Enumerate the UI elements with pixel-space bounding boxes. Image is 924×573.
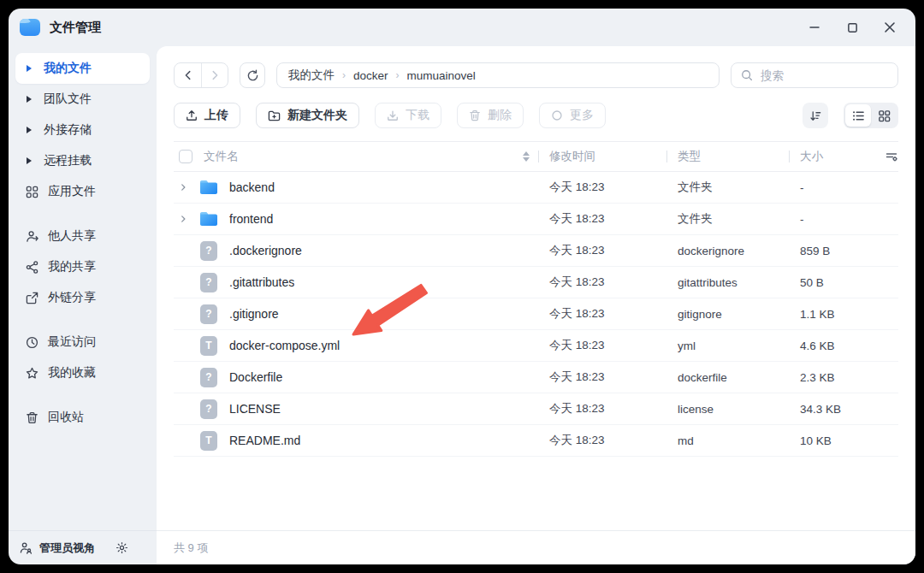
minimize-button[interactable] — [808, 21, 821, 34]
trash-icon — [469, 109, 481, 121]
gear-icon[interactable] — [116, 541, 128, 554]
breadcrumb-level2[interactable]: mumuainovel — [407, 69, 476, 82]
sidebar-footer: 管理员视角 — [9, 530, 157, 564]
sidebar-item-app-files[interactable]: 应用文件 — [15, 176, 150, 207]
grid-view-button[interactable] — [871, 104, 897, 127]
type-cell: gitattributes — [666, 276, 789, 289]
back-button[interactable] — [175, 63, 201, 87]
forward-button[interactable] — [201, 63, 228, 87]
delete-button[interactable]: 删除 — [457, 103, 524, 128]
breadcrumb-level1[interactable]: docker — [353, 69, 388, 82]
breadcrumb-separator: › — [342, 69, 346, 81]
download-label: 下载 — [406, 108, 429, 123]
modified-cell: 今天 18:23 — [538, 433, 666, 448]
name-sort-icon[interactable] — [523, 151, 530, 162]
search-input[interactable] — [759, 68, 888, 83]
refresh-button[interactable] — [240, 62, 265, 88]
list-view-button[interactable] — [845, 104, 871, 127]
sidebar-item-label: 应用文件 — [48, 184, 96, 199]
size-cell: 4.6 KB — [789, 340, 874, 352]
sidebar-item-label: 我的共享 — [48, 259, 96, 275]
download-icon — [387, 109, 399, 121]
size-cell: 2.3 KB — [789, 371, 874, 384]
search-box — [731, 62, 898, 88]
sidebar-item-external-link-share[interactable]: 外链分享 — [15, 282, 150, 313]
file-name[interactable]: docker-compose.yml — [229, 339, 340, 352]
sidebar-item-external-storage[interactable]: 外接存储 — [15, 115, 150, 145]
size-cell: 34.3 KB — [789, 403, 874, 416]
sidebar-item-team-files[interactable]: 团队文件 — [15, 84, 150, 115]
sidebar-item-shared-by-others[interactable]: 他人共享 — [15, 221, 150, 251]
file-name[interactable]: .gitignore — [229, 307, 279, 321]
table-row[interactable]: backend 今天 18:23 文件夹 - — [174, 172, 898, 204]
file-name[interactable]: backend — [229, 180, 275, 194]
sidebar-item-label: 最近访问 — [48, 334, 96, 350]
caret-right-icon — [27, 127, 32, 133]
view-toggle — [844, 103, 898, 128]
select-all-checkbox[interactable] — [179, 150, 192, 163]
download-button[interactable]: 下载 — [375, 103, 441, 128]
unknown-file-icon: ? — [198, 367, 219, 387]
column-divider — [538, 151, 539, 162]
sort-order-button[interactable] — [803, 103, 828, 128]
file-name[interactable]: .dockerignore — [229, 244, 302, 257]
column-settings-icon[interactable] — [885, 150, 898, 163]
expand-chevron-icon[interactable] — [179, 215, 191, 223]
upload-button[interactable]: 上传 — [174, 103, 240, 128]
breadcrumb-root[interactable]: 我的文件 — [288, 68, 335, 83]
sidebar-item-label: 我的收藏 — [48, 365, 96, 381]
table-row[interactable]: T README.md 今天 18:23 md 10 KB — [174, 425, 898, 457]
modified-cell: 今天 18:23 — [538, 275, 666, 290]
table-header: 文件名 修改时间 类型 大小 — [174, 141, 898, 172]
sidebar-item-recycle-bin[interactable]: 回收站 — [15, 402, 150, 433]
sidebar-item-label: 我的文件 — [44, 61, 92, 76]
list-view-icon — [852, 109, 865, 122]
status-bar: 共 9 项 — [157, 530, 915, 564]
table-row[interactable]: frontend 今天 18:23 文件夹 - — [174, 204, 898, 235]
sidebar-item-favorites[interactable]: 我的收藏 — [15, 357, 150, 388]
table-row[interactable]: ? LICENSE 今天 18:23 license 34.3 KB — [174, 393, 898, 425]
app-window: 文件管理 我的文件 团队文件 — [9, 9, 915, 564]
column-header-name[interactable]: 文件名 — [204, 149, 239, 164]
clock-icon — [25, 335, 38, 349]
delete-label: 删除 — [488, 108, 512, 123]
star-icon — [25, 366, 38, 380]
share-nodes-icon — [25, 260, 38, 274]
more-button[interactable]: 更多 — [539, 103, 606, 128]
sidebar-item-remote-mount[interactable]: 远程挂载 — [15, 145, 150, 176]
sidebar-item-my-files[interactable]: 我的文件 — [15, 53, 150, 84]
column-header-type[interactable]: 类型 — [678, 149, 701, 164]
type-cell: md — [666, 434, 789, 447]
close-button[interactable] — [883, 21, 897, 34]
text-file-icon: T — [198, 335, 219, 356]
column-divider — [666, 151, 667, 162]
sidebar-nav: 我的文件 团队文件 外接存储 远程挂载 — [9, 46, 157, 530]
sidebar-item-label: 远程挂载 — [44, 153, 92, 168]
column-header-modified[interactable]: 修改时间 — [549, 149, 595, 164]
unknown-file-icon: ? — [198, 272, 219, 292]
table-row[interactable]: ? .dockerignore 今天 18:23 dockerignore 85… — [174, 235, 898, 267]
type-cell: license — [666, 403, 789, 416]
table-row[interactable]: ? Dockerfile 今天 18:23 dockerfile 2.3 KB — [174, 362, 898, 393]
sidebar-item-my-shares[interactable]: 我的共享 — [15, 251, 150, 282]
file-name[interactable]: .gitattributes — [229, 275, 294, 289]
sidebar-item-recent[interactable]: 最近访问 — [15, 327, 150, 357]
table-row[interactable]: ? .gitignore 今天 18:23 gitignore 1.1 KB — [174, 298, 898, 330]
expand-chevron-icon[interactable] — [179, 183, 191, 192]
maximize-button[interactable] — [845, 21, 859, 34]
table-row[interactable]: ? .gitattributes 今天 18:23 gitattributes … — [174, 267, 898, 298]
search-icon — [741, 69, 753, 81]
sidebar-item-label: 外接存储 — [44, 122, 92, 138]
file-name[interactable]: Dockerfile — [229, 370, 282, 384]
size-cell: 859 B — [789, 245, 874, 257]
file-name[interactable]: LICENSE — [229, 402, 281, 416]
table-row[interactable]: T docker-compose.yml 今天 18:23 yml 4.6 KB — [174, 330, 898, 362]
column-header-size[interactable]: 大小 — [800, 149, 823, 164]
file-name[interactable]: README.md — [229, 434, 300, 447]
breadcrumb-separator: › — [396, 69, 400, 81]
sidebar-item-label: 回收站 — [48, 410, 84, 425]
new-folder-button[interactable]: 新建文件夹 — [256, 103, 359, 128]
modified-cell: 今天 18:23 — [538, 211, 666, 227]
file-name[interactable]: frontend — [229, 212, 273, 226]
admin-view-label[interactable]: 管理员视角 — [39, 541, 95, 556]
